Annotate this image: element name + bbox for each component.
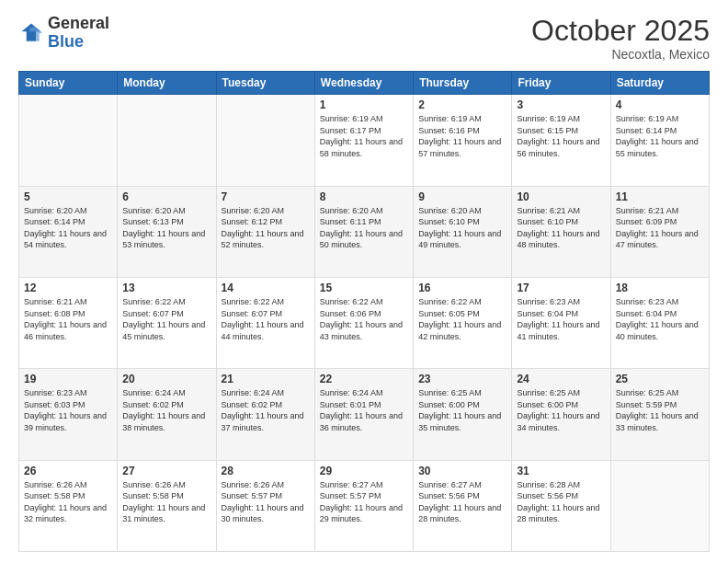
day-number: 7 (222, 190, 310, 203)
col-friday: Friday (512, 72, 610, 95)
calendar-table: Sunday Monday Tuesday Wednesday Thursday… (18, 71, 710, 552)
col-tuesday: Tuesday (216, 72, 314, 95)
day-info: Sunrise: 6:21 AM Sunset: 6:08 PM Dayligh… (24, 296, 112, 342)
day-info: Sunrise: 6:21 AM Sunset: 6:09 PM Dayligh… (616, 205, 704, 251)
day-number: 11 (616, 190, 704, 203)
day-info: Sunrise: 6:25 AM Sunset: 5:59 PM Dayligh… (616, 387, 704, 433)
day-number: 9 (418, 190, 506, 203)
day-cell-0-5: 3Sunrise: 6:19 AM Sunset: 6:15 PM Daylig… (512, 95, 610, 186)
day-number: 4 (616, 98, 704, 111)
logo-blue-text: Blue (48, 32, 84, 51)
day-number: 31 (517, 465, 605, 477)
day-number: 27 (122, 465, 210, 477)
location-subtitle: Necoxtla, Mexico (531, 47, 710, 62)
week-row-3: 19Sunrise: 6:23 AM Sunset: 6:03 PM Dayli… (19, 369, 710, 460)
day-cell-0-4: 2Sunrise: 6:19 AM Sunset: 6:16 PM Daylig… (414, 95, 512, 186)
day-number: 10 (517, 190, 605, 203)
day-info: Sunrise: 6:21 AM Sunset: 6:10 PM Dayligh… (517, 205, 605, 251)
day-info: Sunrise: 6:26 AM Sunset: 5:57 PM Dayligh… (222, 479, 310, 525)
col-monday: Monday (118, 72, 216, 95)
day-info: Sunrise: 6:19 AM Sunset: 6:15 PM Dayligh… (517, 113, 605, 159)
day-cell-3-2: 21Sunrise: 6:24 AM Sunset: 6:02 PM Dayli… (216, 369, 314, 460)
day-info: Sunrise: 6:20 AM Sunset: 6:11 PM Dayligh… (320, 205, 408, 251)
day-number: 19 (24, 373, 112, 385)
day-number: 18 (616, 282, 704, 294)
day-number: 20 (122, 373, 210, 385)
day-cell-3-6: 25Sunrise: 6:25 AM Sunset: 5:59 PM Dayli… (610, 369, 709, 460)
day-cell-4-3: 29Sunrise: 6:27 AM Sunset: 5:57 PM Dayli… (314, 460, 413, 551)
logo-text: General Blue (48, 15, 109, 52)
day-number: 12 (24, 282, 112, 294)
day-cell-1-3: 8Sunrise: 6:20 AM Sunset: 6:11 PM Daylig… (314, 186, 413, 277)
day-number: 24 (517, 373, 605, 385)
day-info: Sunrise: 6:20 AM Sunset: 6:13 PM Dayligh… (122, 205, 210, 251)
day-info: Sunrise: 6:19 AM Sunset: 6:17 PM Dayligh… (320, 113, 408, 159)
day-info: Sunrise: 6:20 AM Sunset: 6:10 PM Dayligh… (418, 205, 506, 251)
day-cell-1-5: 10Sunrise: 6:21 AM Sunset: 6:10 PM Dayli… (512, 186, 610, 277)
day-cell-1-2: 7Sunrise: 6:20 AM Sunset: 6:12 PM Daylig… (216, 186, 314, 277)
day-cell-4-4: 30Sunrise: 6:27 AM Sunset: 5:56 PM Dayli… (414, 460, 512, 551)
day-cell-0-0 (19, 95, 118, 186)
col-thursday: Thursday (414, 72, 512, 95)
calendar-header-row: Sunday Monday Tuesday Wednesday Thursday… (19, 72, 710, 95)
day-cell-1-1: 6Sunrise: 6:20 AM Sunset: 6:13 PM Daylig… (118, 186, 216, 277)
week-row-4: 26Sunrise: 6:26 AM Sunset: 5:58 PM Dayli… (19, 460, 710, 551)
day-info: Sunrise: 6:23 AM Sunset: 6:04 PM Dayligh… (517, 296, 605, 342)
day-number: 29 (320, 465, 408, 477)
day-number: 3 (517, 98, 605, 111)
day-cell-1-0: 5Sunrise: 6:20 AM Sunset: 6:14 PM Daylig… (19, 186, 118, 277)
day-cell-3-1: 20Sunrise: 6:24 AM Sunset: 6:02 PM Dayli… (118, 369, 216, 460)
logo-icon (18, 20, 44, 46)
day-cell-4-6 (610, 460, 709, 551)
day-number: 8 (320, 190, 408, 203)
day-info: Sunrise: 6:28 AM Sunset: 5:56 PM Dayligh… (517, 479, 605, 525)
day-number: 30 (418, 465, 506, 477)
day-number: 14 (222, 282, 310, 294)
day-cell-0-6: 4Sunrise: 6:19 AM Sunset: 6:14 PM Daylig… (610, 95, 709, 186)
day-cell-2-1: 13Sunrise: 6:22 AM Sunset: 6:07 PM Dayli… (118, 277, 216, 368)
day-number: 6 (122, 190, 210, 203)
day-cell-2-4: 16Sunrise: 6:22 AM Sunset: 6:05 PM Dayli… (414, 277, 512, 368)
day-cell-3-0: 19Sunrise: 6:23 AM Sunset: 6:03 PM Dayli… (19, 369, 118, 460)
day-number: 25 (616, 373, 704, 385)
day-cell-4-5: 31Sunrise: 6:28 AM Sunset: 5:56 PM Dayli… (512, 460, 610, 551)
week-row-0: 1Sunrise: 6:19 AM Sunset: 6:17 PM Daylig… (19, 95, 710, 186)
day-cell-4-0: 26Sunrise: 6:26 AM Sunset: 5:58 PM Dayli… (19, 460, 118, 551)
day-cell-3-3: 22Sunrise: 6:24 AM Sunset: 6:01 PM Dayli… (314, 369, 413, 460)
day-info: Sunrise: 6:24 AM Sunset: 6:02 PM Dayligh… (222, 387, 310, 433)
day-info: Sunrise: 6:19 AM Sunset: 6:14 PM Dayligh… (616, 113, 704, 159)
col-saturday: Saturday (610, 72, 709, 95)
day-info: Sunrise: 6:27 AM Sunset: 5:57 PM Dayligh… (320, 479, 408, 525)
day-number: 15 (320, 282, 408, 294)
col-wednesday: Wednesday (314, 72, 413, 95)
day-info: Sunrise: 6:22 AM Sunset: 6:06 PM Dayligh… (320, 296, 408, 342)
week-row-1: 5Sunrise: 6:20 AM Sunset: 6:14 PM Daylig… (19, 186, 710, 277)
logo-general-text: General (48, 14, 109, 32)
logo: General Blue (18, 15, 109, 52)
day-info: Sunrise: 6:22 AM Sunset: 6:07 PM Dayligh… (222, 296, 310, 342)
day-cell-0-3: 1Sunrise: 6:19 AM Sunset: 6:17 PM Daylig… (314, 95, 413, 186)
day-info: Sunrise: 6:25 AM Sunset: 6:00 PM Dayligh… (517, 387, 605, 433)
day-info: Sunrise: 6:19 AM Sunset: 6:16 PM Dayligh… (418, 113, 506, 159)
day-info: Sunrise: 6:23 AM Sunset: 6:03 PM Dayligh… (24, 387, 112, 433)
day-info: Sunrise: 6:25 AM Sunset: 6:00 PM Dayligh… (418, 387, 506, 433)
day-number: 5 (24, 190, 112, 203)
day-cell-4-2: 28Sunrise: 6:26 AM Sunset: 5:57 PM Dayli… (216, 460, 314, 551)
day-info: Sunrise: 6:20 AM Sunset: 6:14 PM Dayligh… (24, 205, 112, 251)
day-number: 16 (418, 282, 506, 294)
day-number: 22 (320, 373, 408, 385)
day-number: 17 (517, 282, 605, 294)
day-info: Sunrise: 6:24 AM Sunset: 6:01 PM Dayligh… (320, 387, 408, 433)
day-info: Sunrise: 6:24 AM Sunset: 6:02 PM Dayligh… (122, 387, 210, 433)
day-info: Sunrise: 6:22 AM Sunset: 6:07 PM Dayligh… (122, 296, 210, 342)
day-cell-2-2: 14Sunrise: 6:22 AM Sunset: 6:07 PM Dayli… (216, 277, 314, 368)
day-number: 28 (222, 465, 310, 477)
day-cell-1-6: 11Sunrise: 6:21 AM Sunset: 6:09 PM Dayli… (610, 186, 709, 277)
day-info: Sunrise: 6:20 AM Sunset: 6:12 PM Dayligh… (222, 205, 310, 251)
day-number: 13 (122, 282, 210, 294)
title-block: October 2025 Necoxtla, Mexico (531, 15, 710, 62)
col-sunday: Sunday (19, 72, 118, 95)
day-cell-2-5: 17Sunrise: 6:23 AM Sunset: 6:04 PM Dayli… (512, 277, 610, 368)
day-info: Sunrise: 6:26 AM Sunset: 5:58 PM Dayligh… (122, 479, 210, 525)
day-cell-3-5: 24Sunrise: 6:25 AM Sunset: 6:00 PM Dayli… (512, 369, 610, 460)
